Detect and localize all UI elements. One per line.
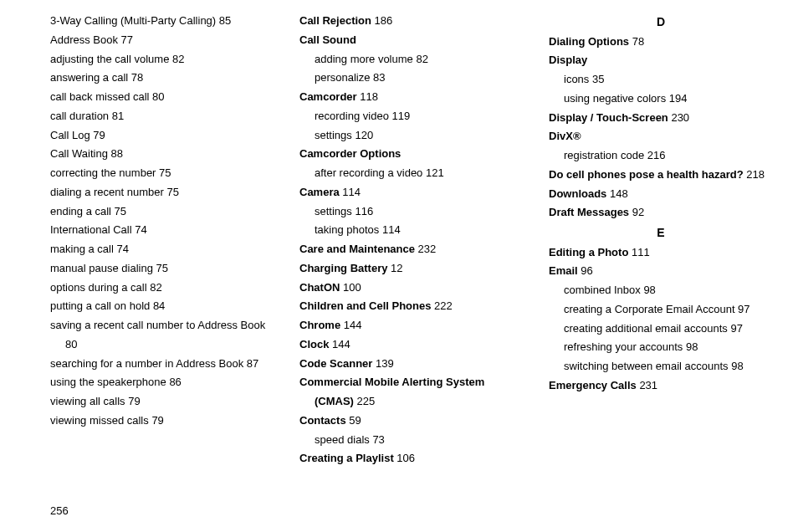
page-ref: 121 [422, 166, 443, 179]
index-entry[interactable]: Downloads 148 [549, 185, 773, 204]
index-entry[interactable]: Charging Battery 12 [299, 259, 524, 279]
index-entry[interactable]: saving a recent call number to Address B… [50, 316, 274, 355]
index-subentry[interactable]: speed dials 73 [299, 431, 524, 450]
index-entry[interactable]: searching for a number in Address Book 8… [50, 355, 274, 374]
index-entry[interactable]: Call Waiting 88 [50, 145, 274, 164]
index-entry[interactable]: 3-Way Calling (Multi-Party Calling) 85 [50, 12, 274, 31]
index-entry[interactable]: Care and Maintenance 232 [299, 240, 524, 259]
index-entry[interactable]: Contacts 59 [299, 412, 524, 431]
entry-text: Clock [299, 338, 329, 350]
index-subentry[interactable]: creating a Corporate Email Account 97 [549, 300, 773, 320]
index-entry[interactable]: making a call 74 [50, 240, 274, 259]
index-subentry[interactable]: registration code 216 [549, 146, 773, 166]
index-entry[interactable]: Address Book 77 [50, 31, 274, 50]
page-ref: 114 [340, 186, 361, 198]
index-entry[interactable]: Call Sound [299, 31, 524, 50]
index-entry[interactable]: Editing a Photo 111 [549, 243, 773, 263]
page-ref: 75 [156, 166, 171, 179]
index-entry[interactable]: viewing missed calls 79 [50, 412, 274, 431]
page-ref: 75 [153, 262, 168, 274]
index-subentry[interactable]: icons 35 [549, 70, 773, 90]
index-entry[interactable]: ending a call 75 [50, 202, 274, 222]
index-subentry[interactable]: adding more volume 82 [299, 50, 524, 69]
index-subentry[interactable]: settings 120 [299, 126, 524, 146]
index-subentry[interactable]: combined Inbox 98 [549, 281, 773, 300]
entry-text: combined Inbox [564, 284, 641, 296]
entry-text: Call Log [50, 129, 90, 141]
index-entry[interactable]: International Call 74 [50, 221, 274, 240]
entry-text: Address Book [50, 33, 118, 46]
section-heading: E [549, 223, 773, 243]
index-subentry[interactable]: personalize 83 [299, 69, 524, 88]
page-ref: 116 [352, 205, 373, 217]
entry-text: call back missed call [50, 90, 150, 103]
index-entry[interactable]: correcting the number 75 [50, 164, 274, 183]
index-entry[interactable]: Display [549, 51, 773, 70]
index-entry[interactable]: DivX® [549, 127, 773, 146]
index-entry[interactable]: Camera 114 [299, 183, 524, 202]
page-ref: 119 [389, 110, 410, 122]
index-subentry[interactable]: refreshing your accounts 98 [549, 338, 773, 357]
index-subentry[interactable]: using negative colors 194 [549, 90, 773, 109]
index-entry[interactable]: manual pause dialing 75 [50, 259, 274, 279]
index-entry[interactable]: Camcorder 118 [299, 88, 524, 107]
page-ref: 97 [735, 303, 750, 315]
entry-text: ending a call [50, 205, 111, 217]
index-subentry[interactable]: switching between email accounts 98 [549, 357, 773, 376]
entry-text: speed dials [315, 433, 370, 446]
index-subentry[interactable]: settings 116 [299, 202, 524, 222]
entry-text: Emergency Calls [549, 379, 637, 391]
page-ref: 225 [354, 395, 375, 407]
entry-text: adjusting the call volume [50, 53, 169, 65]
index-entry[interactable]: Draft Messages 92 [549, 203, 773, 223]
entry-text: taking photos [315, 223, 379, 236]
page-ref: 82 [413, 53, 428, 65]
entry-text: Camcorder [299, 90, 357, 103]
index-entry[interactable]: Call Log 79 [50, 126, 274, 146]
index-subentry[interactable]: after recording a video 121 [299, 164, 524, 183]
entry-text: Camcorder Options [299, 147, 401, 160]
index-entry[interactable]: options during a call 82 [50, 279, 274, 298]
entry-text: answering a call [50, 71, 128, 84]
index-entry[interactable]: Children and Cell Phones 222 [299, 297, 524, 316]
index-entry[interactable]: dialing a recent number 75 [50, 183, 274, 202]
index-entry[interactable]: Chrome 144 [299, 316, 524, 335]
index-entry[interactable]: Creating a Playlist 106 [299, 449, 524, 468]
page-ref: 85 [216, 14, 231, 27]
index-entry[interactable]: call duration 81 [50, 107, 274, 126]
page-ref: 81 [109, 110, 124, 122]
index-entry[interactable]: viewing all calls 79 [50, 392, 274, 412]
index-entry[interactable]: Emergency Calls 231 [549, 376, 773, 396]
index-subentry[interactable]: recording video 119 [299, 107, 524, 126]
index-entry[interactable]: answering a call 78 [50, 69, 274, 88]
index-entry[interactable]: using the speakerphone 86 [50, 373, 274, 392]
entry-text: Display [549, 54, 587, 66]
index-entry[interactable]: ChatON 100 [299, 279, 524, 298]
index-entry[interactable]: Dialing Options 78 [549, 33, 773, 52]
index-entry[interactable]: Do cell phones pose a health hazard? 218 [549, 166, 773, 185]
index-entry[interactable]: Display / Touch-Screen 230 [549, 109, 773, 128]
page-ref: 114 [379, 223, 400, 236]
page-ref: 100 [340, 281, 361, 294]
entry-text: Downloads [549, 187, 606, 200]
index-subentry[interactable]: taking photos 114 [299, 221, 524, 240]
page-ref: 73 [370, 433, 385, 446]
page-ref: 111 [628, 246, 649, 258]
entry-text: Chrome [299, 319, 340, 331]
column-3: DDialing Options 78Displayicons 35using … [549, 12, 773, 532]
index-entry[interactable]: adjusting the call volume 82 [50, 50, 274, 69]
entry-text: Editing a Photo [549, 246, 628, 258]
index-subentry[interactable]: creating additional email accounts 97 [549, 320, 773, 339]
page-ref: 98 [683, 340, 698, 353]
page-ref: 78 [629, 35, 644, 48]
index-entry[interactable]: call back missed call 80 [50, 88, 274, 107]
entry-text: personalize [315, 71, 371, 84]
index-entry[interactable]: putting a call on hold 84 [50, 297, 274, 316]
index-entry[interactable]: Code Scanner 139 [299, 355, 524, 374]
index-entry[interactable]: Call Rejection 186 [299, 12, 524, 31]
page-number: 256 [50, 504, 69, 517]
index-entry[interactable]: Email 96 [549, 262, 773, 281]
index-entry[interactable]: Camcorder Options [299, 145, 524, 164]
index-entry[interactable]: Clock 144 [299, 335, 524, 355]
index-entry[interactable]: Commercial Mobile Alerting System (CMAS)… [299, 373, 524, 412]
